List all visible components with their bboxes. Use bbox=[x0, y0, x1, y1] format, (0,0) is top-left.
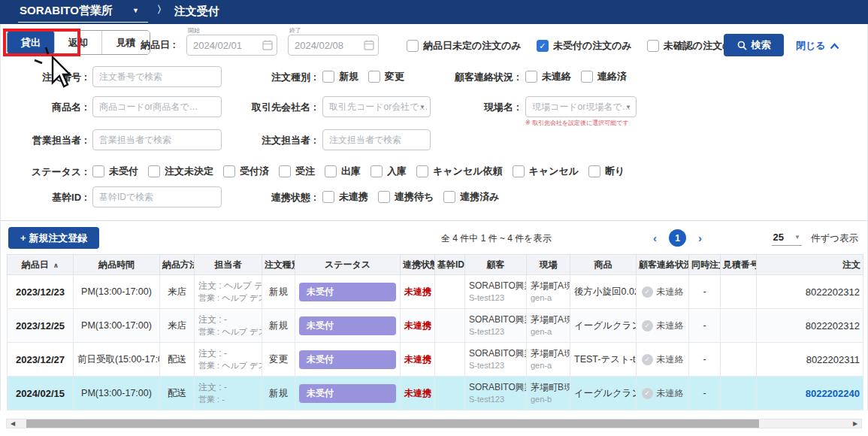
checkbox-contact-none[interactable]: ✓未連絡 bbox=[525, 70, 571, 83]
chevron-up-icon bbox=[830, 43, 839, 50]
status-badge: 未受付 bbox=[299, 283, 396, 301]
tab-return[interactable]: 返却 bbox=[55, 31, 102, 54]
site-select-note: ※ 取引先会社を設定後に選択可能です bbox=[525, 119, 629, 127]
search-icon bbox=[737, 41, 747, 50]
product-input[interactable] bbox=[92, 96, 222, 117]
col-product: 商品 bbox=[570, 255, 637, 275]
breadcrumb-separator-icon: 〉 bbox=[157, 3, 167, 17]
order-no-input[interactable] bbox=[92, 66, 222, 87]
checkbox-status-refused[interactable]: ✓断り bbox=[588, 165, 625, 178]
checkbox-status-accepted[interactable]: ✓受付済 bbox=[223, 165, 269, 178]
scroll-right-arrow-icon[interactable]: ▶ bbox=[849, 420, 861, 427]
partner-company-label: 取引先会社名 : bbox=[226, 101, 316, 114]
backbone-id-input[interactable] bbox=[92, 186, 222, 207]
checkbox-contact-done[interactable]: ✓連絡済 bbox=[581, 70, 627, 83]
delivery-date-range: 納品日 : 開始 終了 bbox=[141, 35, 379, 56]
col-customer: 顧客 bbox=[465, 255, 527, 275]
col-site: 現場 bbox=[527, 255, 570, 275]
checkbox-icon: ✓ bbox=[647, 40, 659, 52]
close-panel-link[interactable]: 閉じる bbox=[796, 39, 839, 53]
page-number-button[interactable]: 1 bbox=[669, 229, 686, 247]
top-navigation-bar: SORABITO営業所 ▼ 〉 注文受付 bbox=[0, 0, 868, 24]
checkbox-icon: ✓ bbox=[322, 71, 334, 83]
delivery-date-end-field: 終了 bbox=[288, 35, 379, 56]
checkbox-order-type-new[interactable]: ✓新規 bbox=[322, 70, 358, 83]
contact-check-icon: ✓ bbox=[642, 388, 653, 399]
next-page-icon[interactable]: › bbox=[698, 232, 702, 244]
calendar-icon[interactable] bbox=[262, 39, 274, 51]
checkbox-icon: ✓ bbox=[525, 71, 537, 83]
contact-check-icon: ✓ bbox=[642, 320, 653, 332]
checkbox-undated-orders[interactable]: ✓ 納品日未定の注文のみ bbox=[407, 39, 522, 53]
customer-contact-label: 顧客連絡状況 : bbox=[418, 71, 519, 84]
order-type-label: 注文種別 : bbox=[226, 71, 316, 84]
checkbox-status-cancel[interactable]: ✓キャンセル bbox=[513, 165, 579, 178]
new-order-button[interactable]: + 新規注文登録 bbox=[8, 227, 99, 249]
checkbox-status-received[interactable]: ✓入庫 bbox=[370, 165, 407, 178]
tab-rental[interactable]: 貸出 bbox=[8, 31, 55, 54]
table-toolbar: + 新規注文登録 全 4 件中 1 件 ~ 4 件を表示 ‹ 1 › 25 ▼ … bbox=[7, 227, 861, 253]
page-title: 注文受付 bbox=[174, 5, 219, 19]
checkbox-link-waiting[interactable]: ✓連携待ち bbox=[378, 190, 434, 204]
site-select[interactable]: 現場コードor現場名で… ▼ bbox=[525, 96, 637, 117]
checkbox-icon: ✓ bbox=[513, 165, 525, 177]
checkbox-link-done[interactable]: ✓連携済み bbox=[443, 190, 499, 204]
col-order-type: 注文種別 bbox=[262, 255, 295, 275]
col-delivery-date[interactable]: 納品日∧ bbox=[8, 255, 74, 275]
checkbox-status-ordered[interactable]: ✓受注 bbox=[279, 165, 315, 178]
table-row[interactable]: 2023/12/23 PM(13:00-17:00) 来店 注文 : ヘルプ デ… bbox=[8, 275, 863, 309]
order-no-label: 注文番号 : bbox=[1, 71, 87, 84]
sales-rep-label: 営業担当者 : bbox=[1, 134, 87, 147]
dropdown-caret-icon: ▼ bbox=[625, 104, 631, 111]
checkbox-status-undecided[interactable]: ✓注文未決定 bbox=[148, 165, 213, 178]
plus-icon: + bbox=[20, 232, 26, 244]
pagination: ‹ 1 › bbox=[653, 229, 702, 247]
table-row[interactable]: 2023/12/27 前日受取(15:00-17:00) 配送 注文 : -営業… bbox=[8, 343, 863, 377]
result-count-text: 全 4 件中 1 件 ~ 4 件を表示 bbox=[441, 232, 552, 245]
order-rep-label: 注文担当者 : bbox=[226, 134, 316, 147]
checkbox-icon: ✓ bbox=[325, 165, 337, 177]
col-rep: 担当者 bbox=[195, 255, 262, 275]
table-row-selected[interactable]: 2024/02/15 PM(13:00-17:00) 配送 注文 : -営業 :… bbox=[8, 377, 863, 410]
col-link-state: 連携状態 bbox=[401, 255, 435, 275]
checkbox-checked-icon: ✓ bbox=[537, 40, 549, 52]
checkbox-icon: ✓ bbox=[416, 165, 428, 177]
sales-rep-input[interactable] bbox=[92, 129, 222, 150]
checkbox-unaccepted-orders[interactable]: ✓ 未受付の注文のみ bbox=[537, 39, 632, 53]
checkbox-status-shipped[interactable]: ✓出庫 bbox=[325, 165, 361, 178]
col-order-no: 注文 bbox=[757, 255, 863, 275]
contact-check-icon: ✓ bbox=[642, 354, 653, 365]
scroll-left-arrow-icon[interactable]: ◀ bbox=[7, 420, 19, 427]
contact-check-icon: ✓ bbox=[642, 286, 653, 298]
col-delivery-time: 納品時間 bbox=[74, 255, 160, 275]
search-button[interactable]: 検索 bbox=[724, 34, 784, 56]
scrollbar-thumb[interactable] bbox=[26, 419, 759, 428]
checkbox-status-cancel-request[interactable]: ✓キャンセル依頼 bbox=[416, 165, 503, 178]
per-page-select[interactable]: 25 ▼ bbox=[772, 232, 802, 246]
table-row[interactable]: 2023/12/25 PM(13:00-17:00) 来店 注文 : -営業 :… bbox=[8, 309, 863, 343]
order-rep-input[interactable] bbox=[322, 129, 431, 150]
checkbox-status-unaccepted[interactable]: ✓未受付 bbox=[92, 165, 138, 178]
search-filter-panel: 貸出 返却 見積 納品日 : 開始 終了 ✓ 納品日未定の注文のみ ✓ 未受付の… bbox=[0, 24, 868, 221]
checkbox-icon: ✓ bbox=[581, 71, 593, 83]
status-label: ステータス : bbox=[1, 165, 87, 179]
checkbox-icon: ✓ bbox=[279, 165, 291, 177]
checkbox-order-type-change[interactable]: ✓変更 bbox=[368, 70, 404, 83]
checkbox-icon: ✓ bbox=[368, 71, 380, 83]
office-dropdown-caret-icon: ▼ bbox=[132, 8, 139, 14]
calendar-icon[interactable] bbox=[363, 39, 375, 51]
checkbox-icon: ✓ bbox=[443, 191, 455, 203]
horizontal-scrollbar[interactable]: ◀ ▶ bbox=[6, 419, 862, 428]
product-label: 商品名 : bbox=[1, 101, 87, 114]
status-badge: 未受付 bbox=[299, 316, 396, 335]
dropdown-caret-icon: ▼ bbox=[794, 234, 800, 241]
checkbox-icon: ✓ bbox=[407, 40, 419, 52]
partner-company-select[interactable]: 取引先コードor会社で… ▼ bbox=[322, 96, 431, 117]
orders-table: 納品日∧ 納品時間 納品方法 担当者 注文種別 ステータス 連携状態 基幹ID … bbox=[7, 254, 863, 410]
quick-filter-checkboxes: ✓ 納品日未定の注文のみ ✓ 未受付の注文のみ ✓ 未確認の注文のみ bbox=[407, 39, 742, 53]
prev-page-icon[interactable]: ‹ bbox=[653, 232, 657, 244]
office-selector[interactable]: SORABITO営業所 ▼ bbox=[18, 1, 148, 23]
checkbox-link-none[interactable]: ✓未連携 bbox=[322, 190, 368, 204]
start-caption: 開始 bbox=[188, 26, 200, 35]
col-contact-status: 顧客連絡状況 bbox=[637, 255, 689, 275]
